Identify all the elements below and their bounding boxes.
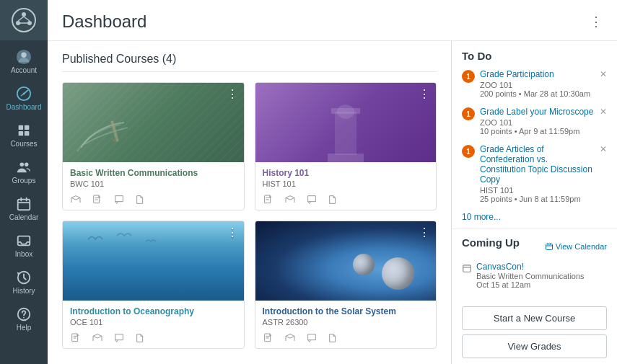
course-image-hist101: ⋮ bbox=[255, 83, 437, 162]
course-info-bwc101: Basic Written Communications BWC 101 bbox=[63, 162, 244, 210]
sidebar-item-calendar-label: Calendar bbox=[9, 213, 39, 221]
course-icons-hist101 bbox=[263, 194, 429, 205]
todo-section: To Do 1 Grade Participation ZOO 101 200 … bbox=[452, 41, 617, 229]
discussions-icon[interactable] bbox=[113, 194, 125, 205]
svg-line-5 bbox=[24, 17, 30, 21]
course-code-hist101: HIST 101 bbox=[263, 179, 429, 188]
files-icon2[interactable] bbox=[328, 194, 339, 205]
view-grades-button[interactable]: View Grades bbox=[462, 334, 607, 358]
announcements-icon3[interactable] bbox=[92, 332, 103, 344]
todo-section-title: To Do bbox=[462, 50, 607, 62]
todo-link-2[interactable]: Grade Articles of Confederation vs. Cons… bbox=[480, 144, 595, 185]
birds-decoration bbox=[63, 228, 244, 250]
sidebar-item-account-label: Account bbox=[11, 66, 37, 74]
todo-close-1[interactable]: ✕ bbox=[600, 107, 607, 117]
history-icon bbox=[16, 270, 32, 285]
calendar-small-icon bbox=[545, 242, 553, 251]
files-icon3[interactable] bbox=[135, 332, 146, 344]
announcements-icon[interactable] bbox=[70, 194, 82, 205]
sidebar-item-account[interactable]: Account bbox=[0, 43, 48, 80]
course-menu-astr26300[interactable]: ⋮ bbox=[419, 226, 430, 239]
coming-up-sub-0: Basic Written Communications Oct 15 at 1… bbox=[476, 272, 585, 289]
files-icon[interactable] bbox=[135, 194, 146, 205]
header-options-button[interactable]: ⋮ bbox=[590, 14, 603, 30]
content-area: Published Courses (4) bbox=[48, 41, 617, 364]
todo-close-2[interactable]: ✕ bbox=[600, 144, 607, 154]
courses-section: Published Courses (4) bbox=[48, 41, 451, 364]
course-code-oce101: OCE 101 bbox=[70, 318, 237, 327]
svg-point-8 bbox=[21, 53, 26, 58]
announcements-icon2[interactable] bbox=[284, 194, 296, 205]
courses-icon bbox=[16, 123, 32, 138]
announcements-icon4[interactable] bbox=[284, 332, 296, 344]
lincoln-decoration bbox=[328, 97, 364, 162]
coming-up-header: Coming Up View Calendar bbox=[462, 236, 607, 256]
sidebar-item-courses[interactable]: Courses bbox=[0, 117, 48, 154]
sidebar-item-inbox[interactable]: Inbox bbox=[0, 227, 48, 264]
todo-content-2: Grade Articles of Confederation vs. Cons… bbox=[480, 144, 595, 203]
view-calendar-link[interactable]: View Calendar bbox=[545, 242, 607, 251]
coming-up-title: Coming Up bbox=[462, 236, 520, 249]
course-name-hist101: History 101 bbox=[263, 168, 429, 178]
files-icon4[interactable] bbox=[328, 332, 339, 344]
more-link[interactable]: 10 more... bbox=[462, 212, 607, 222]
main-content: Dashboard ⋮ Published Courses (4) bbox=[48, 0, 617, 364]
svg-point-1 bbox=[22, 12, 26, 17]
assignments-icon4[interactable] bbox=[263, 332, 274, 344]
course-menu-hist101[interactable]: ⋮ bbox=[419, 87, 430, 101]
svg-marker-23 bbox=[112, 138, 116, 142]
sidebar-item-help[interactable]: Help bbox=[0, 301, 48, 337]
account-avatar-icon bbox=[16, 49, 32, 65]
sidebar-item-dashboard[interactable]: Dashboard bbox=[0, 80, 48, 117]
course-card-hist101[interactable]: ⋮ History 101 HIST 101 bbox=[255, 82, 437, 210]
course-image-bg-astr26300 bbox=[255, 221, 437, 301]
discussions-icon4[interactable] bbox=[306, 332, 318, 344]
svg-rect-17 bbox=[18, 200, 30, 210]
coming-up-calendar-icon bbox=[462, 263, 472, 273]
course-image-astr26300: ⋮ bbox=[255, 221, 437, 301]
todo-content-0: Grade Participation ZOO 101 200 points •… bbox=[480, 69, 595, 98]
todo-badge-0: 1 bbox=[462, 70, 475, 83]
sidebar: Account Dashboard Courses Groups bbox=[0, 0, 48, 364]
discussions-icon2[interactable] bbox=[306, 194, 318, 205]
assignments-icon[interactable] bbox=[92, 194, 103, 205]
sidebar-item-groups[interactable]: Groups bbox=[0, 154, 48, 190]
svg-rect-28 bbox=[328, 154, 364, 162]
todo-link-1[interactable]: Grade Label your Microscope bbox=[480, 107, 595, 117]
todo-badge-1: 1 bbox=[462, 107, 475, 120]
course-menu-oce101[interactable]: ⋮ bbox=[227, 226, 238, 239]
canvas-logo-icon bbox=[11, 7, 37, 33]
svg-point-27 bbox=[337, 105, 354, 119]
course-card-astr26300[interactable]: ⋮ Introduction to the Solar System ASTR … bbox=[255, 221, 437, 349]
coming-up-link-0[interactable]: CanvasCon! bbox=[476, 262, 585, 272]
assignments-icon3[interactable] bbox=[70, 332, 82, 344]
inbox-icon bbox=[16, 233, 32, 249]
course-icons-oce101 bbox=[70, 332, 237, 344]
course-icons-bwc101 bbox=[70, 194, 237, 205]
svg-point-16 bbox=[25, 163, 28, 167]
start-new-course-button[interactable]: Start a New Course bbox=[462, 306, 607, 330]
course-info-oce101: Introduction to Oceanography OCE 101 bbox=[63, 301, 244, 348]
discussions-icon3[interactable] bbox=[113, 332, 125, 344]
moon-large bbox=[382, 257, 414, 290]
course-image-oce101: ⋮ bbox=[63, 221, 244, 301]
svg-rect-22 bbox=[110, 120, 119, 142]
course-card-bwc101[interactable]: ⋮ Basic Written Communications BWC 101 bbox=[62, 82, 245, 210]
course-card-oce101[interactable]: ⋮ Introduction to Oceanography OCE 101 bbox=[62, 221, 245, 349]
assignments-icon2[interactable] bbox=[263, 194, 274, 205]
svg-point-15 bbox=[20, 163, 25, 167]
svg-point-21 bbox=[23, 317, 25, 319]
todo-close-0[interactable]: ✕ bbox=[600, 69, 607, 79]
course-icons-astr26300 bbox=[263, 332, 429, 344]
svg-rect-11 bbox=[19, 125, 23, 130]
sidebar-item-history[interactable]: History bbox=[0, 264, 48, 301]
course-image-bg-hist101 bbox=[255, 83, 437, 162]
dashboard-icon bbox=[16, 86, 32, 102]
view-calendar-label: View Calendar bbox=[556, 242, 607, 251]
todo-link-0[interactable]: Grade Participation bbox=[480, 69, 595, 79]
sidebar-item-calendar[interactable]: Calendar bbox=[0, 190, 48, 227]
right-panel: To Do 1 Grade Participation ZOO 101 200 … bbox=[451, 41, 617, 364]
todo-sub-0: ZOO 101 200 points • Mar 28 at 10:30am bbox=[480, 81, 595, 98]
svg-rect-13 bbox=[19, 131, 23, 136]
course-menu-bwc101[interactable]: ⋮ bbox=[227, 87, 238, 101]
